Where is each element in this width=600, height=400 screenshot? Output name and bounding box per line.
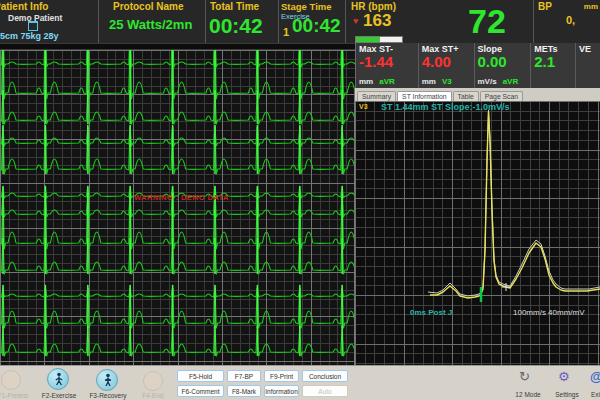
end-phase-label: F4-End [133, 392, 173, 399]
recovery-person-icon [100, 372, 116, 388]
tab-st-information[interactable]: ST Information [397, 91, 451, 101]
protocol-label: Protocol Name [113, 1, 184, 12]
12-mode-icon[interactable]: ↻ [519, 370, 530, 384]
12-mode-label: 12 Mode [510, 391, 546, 398]
slope-unit: mV/s [478, 77, 497, 86]
hr-progress-bar [355, 36, 403, 43]
hr-target: 163 [363, 11, 391, 31]
hr-value: 72 [468, 2, 506, 41]
max-st-plus-value: 4.00 [422, 54, 471, 70]
total-time-panel: Total Time 00:42 [205, 0, 278, 43]
chart-footer-left: 0ms Post J [410, 308, 452, 317]
report-tabs: Summary ST Information Table Page Scan [355, 88, 600, 101]
settings-label: Settings [549, 391, 585, 398]
bp-label: BP [538, 1, 552, 12]
exit-label: Exit [591, 391, 600, 398]
demo-data-warning: WARNING : DEMO DATA [134, 193, 229, 202]
slope-column: Slope 0.00 mV/saVR [474, 43, 531, 88]
chart-footer-right: 100mm/s 40mm/mV [513, 308, 585, 317]
exercise-phase-label: F2-Exercise [33, 392, 85, 399]
bp-button[interactable]: F7-BP [227, 370, 261, 382]
hr-panel: HR (bpm) ♥ 163 72 [345, 0, 533, 43]
protocol-panel: Protocol Name 25 Watts/2mn [98, 0, 205, 43]
patient-details: 5cm 75kg 28y [0, 31, 59, 41]
hr-progress-fill [356, 37, 380, 42]
slope-value: 0.00 [478, 54, 528, 70]
header-bar: Patient Info Demo Patient 5cm 75kg 28y P… [0, 0, 600, 43]
information-button[interactable]: Information [264, 385, 299, 397]
heart-icon: ♥ [353, 16, 358, 26]
patient-device-icon [28, 21, 38, 31]
max-st-plus-column: Max ST+ 4.00 mmV3 [418, 43, 474, 88]
recovery-phase-button[interactable] [96, 369, 118, 391]
stage-time-label: Stage Time [281, 1, 332, 12]
end-phase-button[interactable] [143, 371, 163, 391]
mark-button[interactable]: F8-Mark [227, 385, 261, 397]
tab-summary[interactable]: Summary [357, 91, 396, 101]
max-st-minus-value: -1.44 [359, 54, 415, 70]
slope-lead: aVR [503, 77, 519, 86]
bp-unit: mm [584, 2, 598, 11]
ecg-traces [0, 50, 355, 365]
exit-icon[interactable]: @ [590, 370, 600, 384]
settings-icon[interactable]: ⚙ [558, 370, 570, 384]
patient-info-panel: Patient Info Demo Patient 5cm 75kg 28y [0, 0, 98, 43]
chart-lead-label: V3 [359, 103, 368, 110]
exercise-person-icon [51, 371, 67, 387]
exercise-phase-button[interactable] [47, 368, 69, 390]
recovery-phase-label: F3-Recovery [82, 392, 134, 399]
ve-label: VE [579, 44, 597, 54]
ve-column: VE [575, 43, 600, 88]
tab-table[interactable]: Table [453, 91, 479, 101]
mets-column: METs 2.1 [530, 43, 575, 88]
total-time-label: Total Time [210, 1, 259, 12]
stage-number: 1 [283, 26, 289, 38]
hold-button[interactable]: F5-Hold [177, 370, 224, 382]
pretest-phase-label: F1-Pretest [0, 392, 35, 399]
auto-button[interactable]: Auto [302, 385, 348, 397]
print-button[interactable]: F9-Print [264, 370, 299, 382]
stage-time-panel: Stage Time Exercise 1 00:42 [278, 0, 345, 43]
stress-test-application: Patient Info Demo Patient 5cm 75kg 28y P… [0, 0, 600, 400]
pretest-phase-button[interactable] [1, 370, 21, 390]
stage-time-value: 00:42 [292, 15, 341, 37]
bp-panel: BP mm 0, [533, 0, 600, 43]
beat-event-strip [0, 43, 355, 50]
bp-value: 0, [566, 14, 575, 26]
comment-button[interactable]: F6-Comment [177, 385, 224, 397]
conclusion-button[interactable]: Conclusion [302, 370, 348, 382]
total-time-value: 00:42 [209, 14, 263, 38]
protocol-value: 25 Watts/2mn [109, 17, 192, 32]
bottom-toolbar: F1-Pretest F2-Exercise F3-Recovery F4-En… [0, 365, 600, 400]
max-st-plus-unit: mm [422, 77, 436, 86]
max-st-minus-column: Max ST- -1.44 mmaVR [356, 43, 418, 88]
chart-annotation: ST 1.44mm ST Slope:-1.0mV/s [381, 102, 510, 112]
st-complex-trace [355, 101, 600, 365]
patient-info-title: Patient Info [0, 1, 48, 12]
ecg-waveform-area: WARNING : DEMO DATA [0, 50, 355, 365]
max-st-minus-lead: aVR [379, 77, 395, 86]
max-st-minus-unit: mm [359, 77, 373, 86]
st-complex-chart: V3 ST 1.44mm ST Slope:-1.0mV/s 0ms Post … [355, 101, 600, 365]
max-st-plus-lead: V3 [442, 77, 452, 86]
tab-page-scan[interactable]: Page Scan [480, 91, 523, 101]
mets-value: 2.1 [534, 54, 572, 70]
st-measurements-panel: Max ST- -1.44 mmaVR Max ST+ 4.00 mmV3 Sl… [355, 43, 600, 88]
